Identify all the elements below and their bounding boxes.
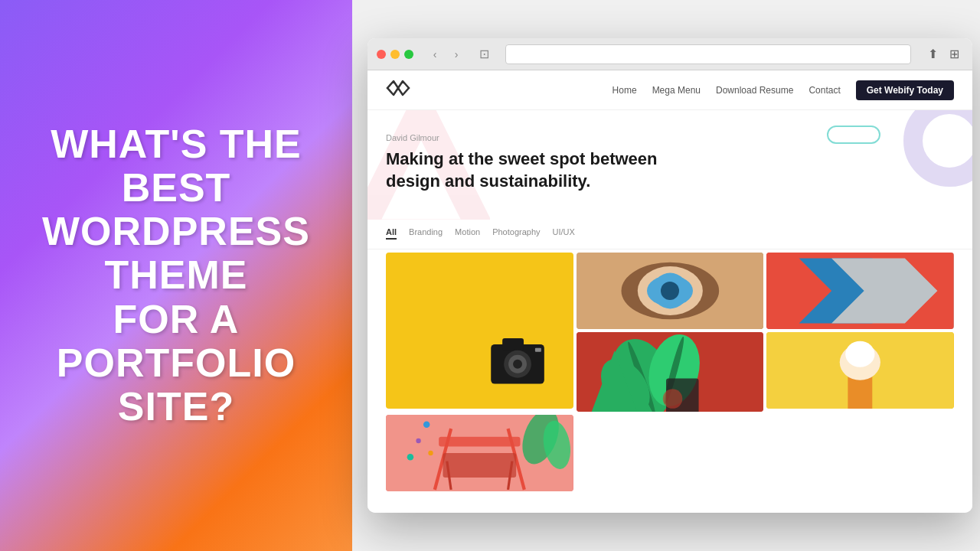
portfolio-item-beach[interactable] <box>386 415 573 491</box>
site-nav-links: Home Mega Menu Download Resume Contact G… <box>612 80 954 100</box>
hero-headline: Making at the sweet spot between design … <box>386 148 692 192</box>
site-logo <box>386 80 410 100</box>
filter-branding[interactable]: Branding <box>409 226 443 240</box>
filter-tabs: All Branding Motion Photography UI/UX <box>368 220 972 249</box>
svg-point-39 <box>423 422 430 429</box>
nav-cta-button[interactable]: Get Webify Today <box>856 80 954 100</box>
portfolio-item-icecream[interactable] <box>766 332 954 409</box>
svg-rect-33 <box>439 437 520 447</box>
minimize-button[interactable] <box>390 50 400 59</box>
browser-chrome: ‹ › ⊡ ⬆ ⊞ <box>368 38 972 70</box>
svg-point-42 <box>407 454 414 461</box>
hero-section: David Gilmour Making at the sweet spot b… <box>368 110 972 220</box>
purple-arc-decoration <box>903 110 972 187</box>
svg-point-5 <box>660 281 680 301</box>
svg-point-41 <box>428 451 433 455</box>
page-title: WHAT'S THE BEST WORDPRESS THEME FOR A PO… <box>31 122 322 429</box>
svg-point-7 <box>663 284 668 289</box>
browser-dots <box>377 50 413 59</box>
back-button[interactable]: ‹ <box>426 45 444 64</box>
portfolio-item-camera[interactable] <box>386 253 573 409</box>
svg-point-29 <box>846 341 875 367</box>
filter-all[interactable]: All <box>386 226 397 240</box>
forward-button[interactable]: › <box>447 45 466 64</box>
share-icon[interactable]: ⬆ <box>923 45 942 64</box>
hero-author: David Gilmour <box>386 133 954 142</box>
svg-rect-14 <box>535 348 541 352</box>
svg-point-25 <box>662 390 682 409</box>
browser-actions: ⬆ ⊞ <box>923 45 963 64</box>
nav-contact[interactable]: Contact <box>808 85 840 96</box>
left-panel: WHAT'S THE BEST WORDPRESS THEME FOR A PO… <box>0 0 352 551</box>
svg-point-40 <box>416 439 420 443</box>
browser-nav: ‹ › <box>426 45 466 64</box>
address-bar[interactable] <box>505 44 911 64</box>
close-button[interactable] <box>377 50 386 59</box>
filter-photography[interactable]: Photography <box>492 226 540 240</box>
portfolio-item-plant[interactable] <box>577 332 764 412</box>
sidebar-icon[interactable]: ⊞ <box>945 45 963 64</box>
portfolio-item-chevron[interactable] <box>766 253 954 329</box>
right-panel: ‹ › ⊡ ⬆ ⊞ Home <box>352 0 980 551</box>
filter-motion[interactable]: Motion <box>455 226 480 240</box>
svg-rect-10 <box>502 338 524 350</box>
portfolio-item-eye[interactable] <box>577 253 764 329</box>
filter-ui-ux[interactable]: UI/UX <box>553 226 575 240</box>
window-controls-icon[interactable]: ⊡ <box>475 45 493 64</box>
svg-point-6 <box>666 287 675 295</box>
svg-point-13 <box>513 360 522 369</box>
site-nav: Home Mega Menu Download Resume Contact G… <box>368 70 972 110</box>
website-content: Home Mega Menu Download Resume Contact G… <box>368 70 972 513</box>
browser-window: ‹ › ⊡ ⬆ ⊞ Home <box>368 38 972 513</box>
svg-rect-34 <box>443 453 516 478</box>
nav-home[interactable]: Home <box>612 85 637 96</box>
portfolio-grid <box>368 249 972 494</box>
nav-download-resume[interactable]: Download Resume <box>716 85 793 96</box>
nav-mega-menu[interactable]: Mega Menu <box>652 85 701 96</box>
svg-point-4 <box>652 273 688 309</box>
maximize-button[interactable] <box>404 50 413 59</box>
